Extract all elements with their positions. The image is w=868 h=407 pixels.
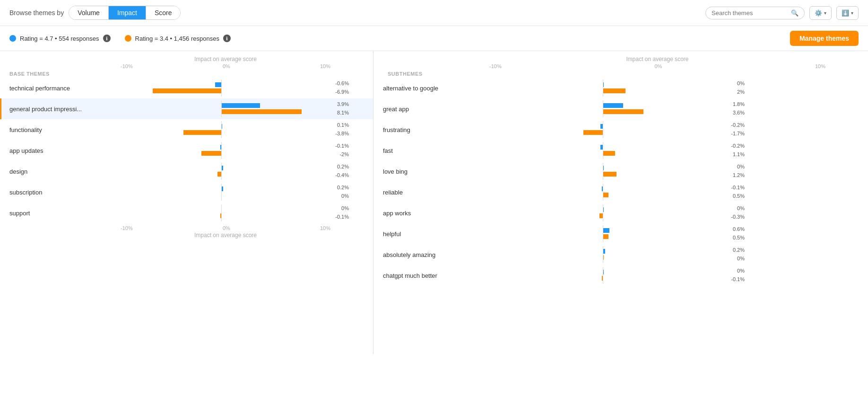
- orange-legend-text: Rating = 3.4 • 1,456 responses: [135, 35, 219, 42]
- subtheme-name: alternative to google: [381, 85, 489, 92]
- manage-themes-button[interactable]: Manage themes: [790, 31, 859, 46]
- subtheme-name: chatgpt much better: [381, 272, 489, 279]
- sub-axis-line: [603, 163, 603, 180]
- subtheme-name: absolutely amazing: [381, 251, 489, 258]
- search-input[interactable]: [712, 9, 788, 17]
- bar-container: [122, 184, 321, 201]
- tab-group: Volume Impact Score: [69, 6, 181, 20]
- tab-impact[interactable]: Impact: [109, 6, 146, 19]
- orange-bar: [153, 88, 221, 93]
- sub-bar-container: [489, 163, 716, 180]
- subtheme-name: fast: [381, 147, 489, 154]
- legend-bar: Rating = 4.7 • 554 responses ℹ Rating = …: [0, 26, 868, 51]
- download-button[interactable]: ⬇️ ▾: [836, 6, 859, 20]
- bar-container: [122, 142, 321, 159]
- subtheme-row[interactable]: frustrating-0.2%-1.7%: [373, 119, 868, 140]
- value-col: 0.2%-0.4%: [321, 163, 351, 179]
- subtheme-row[interactable]: love bing0%1.2%: [373, 161, 868, 182]
- sub-value-col: 1.8%3.6%: [716, 100, 747, 117]
- base-theme-row[interactable]: functionality0.1%-3.8%: [0, 119, 373, 140]
- bar-container: [122, 163, 321, 180]
- legend-orange: Rating = 3.4 • 1,456 responses ℹ: [125, 35, 231, 42]
- subtheme-row[interactable]: reliable-0.1%0.5%: [373, 182, 868, 203]
- left-x-axis-title: Impact on average score: [121, 232, 330, 239]
- legend-blue: Rating = 4.7 • 554 responses ℹ: [9, 35, 111, 42]
- subtheme-row[interactable]: alternative to google0%2%: [373, 78, 868, 98]
- axis-line: [221, 163, 222, 180]
- settings-chevron: ▾: [824, 10, 826, 16]
- sub-bar-container: [489, 142, 716, 159]
- base-theme-row[interactable]: app updates-0.1%-2%: [0, 140, 373, 161]
- value-col: 0.2%0%: [321, 184, 351, 200]
- base-themes-list: technical performance-0.6%-6.9%general p…: [0, 78, 373, 223]
- orange-bar: [201, 151, 221, 156]
- theme-name: design: [9, 168, 122, 175]
- sub-blue-bar: [603, 228, 609, 233]
- orange-bar: [221, 109, 302, 114]
- blue-dot: [9, 35, 16, 42]
- settings-button[interactable]: ⚙️ ▾: [809, 6, 832, 20]
- subtheme-row[interactable]: helpful0.6%0.5%: [373, 223, 868, 244]
- left-bottom-neg: -10%: [121, 225, 133, 231]
- sub-value-col: 0%-0.1%: [716, 267, 747, 283]
- tab-score[interactable]: Score: [146, 6, 181, 19]
- blue-bar: [221, 103, 260, 108]
- subthemes-label: SUBTHEMES: [381, 71, 423, 77]
- subtheme-row[interactable]: fast-0.2%1.1%: [373, 140, 868, 161]
- left-chart-title: Impact on average score: [121, 56, 330, 62]
- sub-value-col: -0.2%-1.7%: [716, 121, 747, 138]
- base-theme-row[interactable]: general product impressi...3.9%8.1%: [0, 98, 373, 119]
- value-col: -0.1%-2%: [321, 142, 351, 159]
- sub-value-col: 0%1.2%: [716, 163, 747, 179]
- axis-line: [221, 100, 222, 117]
- orange-info-icon[interactable]: ℹ: [223, 35, 231, 42]
- orange-dot: [125, 35, 131, 42]
- sub-bar-container: [489, 121, 716, 138]
- orange-bar: [217, 172, 221, 177]
- base-theme-row[interactable]: support0%-0.1%: [0, 203, 373, 223]
- sub-value-col: 0.6%0.5%: [716, 225, 747, 242]
- subtheme-row[interactable]: great app1.8%3.6%: [373, 98, 868, 119]
- tab-volume[interactable]: Volume: [69, 6, 109, 19]
- browse-by-label: Browse themes by: [9, 9, 64, 17]
- subtheme-row[interactable]: app works0%-0.3%: [373, 203, 868, 223]
- theme-name: general product impressi...: [9, 106, 122, 113]
- sub-bar-container: [489, 246, 716, 263]
- left-panel: Impact on average score -10% 0% 10% BASE…: [0, 51, 373, 354]
- theme-name: support: [9, 210, 122, 217]
- download-icon: ⬇️: [842, 9, 849, 17]
- value-col: -0.6%-6.9%: [321, 80, 351, 96]
- left-x-label-neg: -10%: [121, 63, 133, 69]
- axis-line: [221, 142, 222, 159]
- subtheme-row[interactable]: chatgpt much better0%-0.1%: [373, 265, 868, 286]
- subtheme-row[interactable]: absolutely amazing0.2%0%: [373, 244, 868, 265]
- sub-orange-bar: [583, 130, 603, 135]
- blue-info-icon[interactable]: ℹ: [103, 35, 111, 42]
- left-x-label-zero: 0%: [223, 63, 230, 69]
- base-theme-row[interactable]: technical performance-0.6%-6.9%: [0, 78, 373, 98]
- axis-line: [221, 121, 222, 138]
- base-theme-row[interactable]: design0.2%-0.4%: [0, 161, 373, 182]
- sub-orange-bar: [603, 172, 616, 177]
- base-theme-row[interactable]: subscription0.2%0%: [0, 182, 373, 203]
- theme-name: app updates: [9, 147, 122, 154]
- right-panel: Impact on average score -10% 0% 10% SUBT…: [373, 51, 868, 354]
- left-bottom-pos: 10%: [320, 225, 330, 231]
- theme-name: subscription: [9, 189, 122, 196]
- bar-container: [122, 121, 321, 138]
- sub-bar-container: [489, 184, 716, 201]
- value-col: 0%-0.1%: [321, 204, 351, 221]
- sub-orange-bar: [603, 193, 608, 197]
- search-icon: 🔍: [791, 9, 799, 17]
- sub-orange-bar: [599, 213, 603, 218]
- sub-orange-bar: [603, 234, 608, 239]
- blue-legend-text: Rating = 4.7 • 554 responses: [20, 35, 99, 42]
- sub-orange-bar: [603, 88, 625, 93]
- sub-bar-container: [489, 267, 716, 284]
- sub-axis-line: [603, 184, 603, 201]
- sub-value-col: -0.2%1.1%: [716, 142, 747, 159]
- top-bar: Browse themes by Volume Impact Score 🔍 ⚙…: [0, 0, 868, 26]
- sub-value-col: -0.1%0.5%: [716, 184, 747, 200]
- sub-axis-line: [603, 142, 603, 159]
- subthemes-list: alternative to google0%2%great app1.8%3.…: [373, 78, 868, 286]
